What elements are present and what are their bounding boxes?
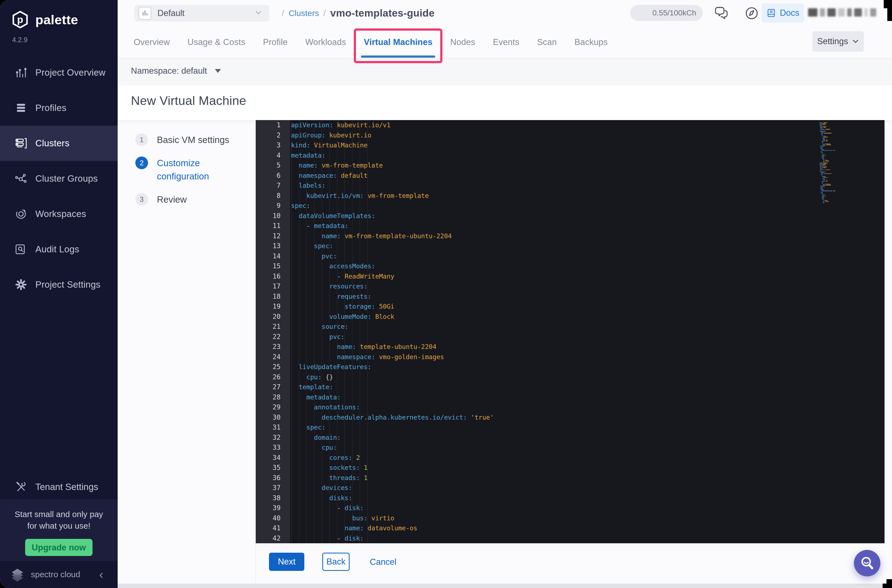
sidebar-item-audit-logs[interactable]: Audit Logs [0, 232, 118, 267]
wizard-step-1[interactable]: 1Basic VM settings [135, 134, 255, 147]
code-line: 17 resources: [256, 281, 884, 291]
chat-icon[interactable] [713, 6, 729, 21]
line-content: kind: VirtualMachine [290, 140, 368, 150]
line-content: sockets: 1 [290, 463, 368, 473]
line-number: 29 [256, 402, 290, 412]
line-content: threads: 1 [290, 473, 368, 483]
brand-name: palette [35, 12, 78, 27]
line-number: 17 [256, 281, 290, 291]
sidebar-item-label: Workspaces [35, 209, 86, 219]
line-number: 31 [256, 422, 290, 433]
search-assistant-fab[interactable] [854, 550, 880, 576]
sidebar-item-label: Audit Logs [35, 244, 79, 255]
line-number: 35 [256, 463, 290, 473]
line-number: 19 [256, 302, 290, 312]
namespace-dropdown[interactable]: Namespace: default [131, 66, 221, 76]
line-content: - disk: [290, 503, 364, 513]
line-number: 26 [256, 372, 290, 382]
code-line: 23 name: template-ubuntu-2204 [256, 342, 884, 352]
network-icon [14, 172, 28, 185]
breadcrumb-link-clusters[interactable]: Clusters [288, 9, 319, 18]
back-button[interactable]: Back [322, 553, 350, 571]
tab-profile[interactable]: Profile [263, 26, 287, 58]
line-content: spec: [290, 241, 333, 251]
sidebar-item-label: Cluster Groups [35, 173, 98, 184]
upgrade-now-button[interactable]: Upgrade now [25, 539, 93, 556]
code-line: 10 dataVolumeTemplates: [256, 211, 884, 221]
line-number: 2 [256, 130, 290, 141]
sidebar-item-workspaces[interactable]: Workspaces [0, 196, 118, 232]
redaction-block [847, 8, 852, 16]
tab-usage-costs[interactable]: Usage & Costs [188, 26, 245, 58]
code-line: 15 accessModes: [256, 261, 884, 272]
bar-chart-icon [14, 66, 28, 79]
project-selector[interactable]: Default [134, 5, 269, 21]
sidebar-item-profiles[interactable]: Profiles [0, 90, 118, 126]
code-line: 28 metadata: [256, 392, 884, 402]
tab-label: Workloads [305, 37, 346, 47]
settings-button[interactable]: Settings [812, 31, 864, 52]
breadcrumb-current: vmo-templates-guide [330, 8, 435, 19]
line-content: spec: [290, 201, 310, 211]
collapse-sidebar-icon[interactable]: ‹ [99, 568, 103, 580]
footer-brand: spectro cloud [31, 570, 80, 579]
wizard-step-3[interactable]: 3Review [135, 193, 255, 206]
line-content: labels: [290, 180, 326, 191]
code-line: 31 spec: [256, 422, 884, 433]
tab-list: OverviewUsage & CostsProfileWorkloadsVir… [134, 26, 892, 58]
tab-backups[interactable]: Backups [574, 26, 608, 58]
sidebar-item-project-overview[interactable]: Project Overview [0, 55, 118, 90]
line-number: 16 [256, 272, 290, 282]
sidebar-item-project-settings[interactable]: Project Settings [0, 267, 118, 302]
editor-minimap[interactable] [820, 122, 852, 203]
tab-overview[interactable]: Overview [134, 26, 170, 58]
tools-icon [14, 480, 28, 494]
tab-label: Usage & Costs [188, 37, 245, 47]
redaction-block [827, 8, 836, 16]
line-content: disks: [290, 493, 352, 503]
code-line: 37 devices: [256, 483, 884, 493]
tab-nodes[interactable]: Nodes [450, 26, 475, 58]
tab-workloads[interactable]: Workloads [305, 26, 346, 58]
sidebar-item-label: Clusters [35, 138, 69, 148]
line-content: name: vm-from-template-ubuntu-2204 [290, 231, 452, 241]
line-content: apiVersion: kubevirt.io/v1 [290, 120, 390, 130]
next-button[interactable]: Next [269, 553, 304, 571]
tab-scan[interactable]: Scan [537, 26, 557, 58]
line-content: source: [290, 322, 348, 332]
line-number: 20 [256, 312, 290, 322]
step-label: Customize configuration [157, 156, 240, 183]
wizard-step-2[interactable]: 2Customize configuration [135, 156, 255, 183]
book-icon [767, 8, 776, 18]
sidebar-item-clusters[interactable]: Clusters [0, 126, 118, 161]
line-number: 22 [256, 332, 290, 342]
line-content: metadata: [290, 392, 341, 402]
line-content: name: datavolume-os [290, 523, 417, 533]
compass-icon[interactable] [744, 6, 760, 21]
line-number: 36 [256, 473, 290, 483]
cancel-button[interactable]: Cancel [368, 553, 398, 571]
tab-events[interactable]: Events [493, 26, 520, 58]
tab-virtual-machines[interactable]: Virtual Machines [364, 26, 432, 58]
code-line: 4metadata: [256, 150, 884, 160]
code-line: 40 bus: virtio [256, 513, 884, 524]
code-line: 30 descheduler.alpha.kubernetes.io/evict… [256, 412, 884, 423]
line-number: 3 [256, 140, 290, 150]
line-content: template: [290, 382, 333, 392]
breadcrumb-separator: / [282, 8, 284, 18]
yaml-editor[interactable]: 1apiVersion: kubevirt.io/v12apiGroup: ku… [256, 120, 884, 543]
line-number: 23 [256, 342, 290, 352]
gear-icon [14, 278, 28, 291]
line-content: resources: [290, 281, 368, 291]
sidebar-item-cluster-groups[interactable]: Cluster Groups [0, 161, 118, 196]
line-content: volumeMode: Block [290, 312, 394, 322]
server-icon [14, 136, 28, 150]
sidebar-item-tenant-settings[interactable]: Tenant Settings [0, 475, 118, 499]
code-line: 7 labels: [256, 180, 884, 191]
docs-button[interactable]: Docs [762, 3, 804, 22]
code-line: 20 volumeMode: Block [256, 312, 884, 322]
step-number-badge: 3 [135, 193, 148, 206]
spectro-cloud-logo-icon [9, 566, 26, 583]
usage-badge: 0.55/100kCh [630, 5, 703, 21]
line-content: - metadata: [290, 221, 348, 231]
